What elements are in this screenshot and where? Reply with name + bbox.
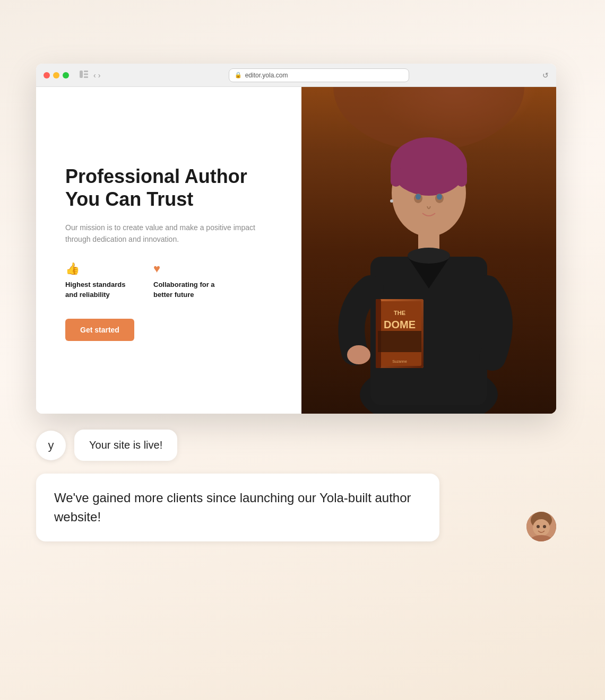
user-message-text: We've gained more clients since launchin… <box>54 491 411 524</box>
right-panel: THE DOME Suzanne <box>301 87 556 414</box>
close-button[interactable] <box>44 72 50 78</box>
svg-rect-1 <box>84 71 88 72</box>
svg-rect-13 <box>378 331 421 352</box>
get-started-button[interactable]: Get started <box>65 319 134 341</box>
svg-rect-2 <box>84 74 88 75</box>
hero-description: Our mission is to create value and make … <box>65 222 272 246</box>
lock-icon: 🔒 <box>235 72 242 78</box>
svg-point-32 <box>543 525 546 528</box>
feature-item-1: 👍 Highest standards and reliability <box>65 262 134 299</box>
feature-label-2: Collaborating for a better future <box>153 280 222 299</box>
svg-rect-20 <box>456 165 467 187</box>
browser-toolbar: ‹ › 🔒 editor.yola.com ↺ <box>36 64 556 87</box>
heart-icon: ♥ <box>153 262 222 276</box>
feature-item-2: ♥ Collaborating for a better future <box>153 262 222 299</box>
url-text: editor.yola.com <box>245 72 288 79</box>
hero-photo: THE DOME Suzanne <box>301 87 556 414</box>
forward-button[interactable]: › <box>98 71 101 80</box>
svg-rect-19 <box>391 165 401 187</box>
features-row: 👍 Highest standards and reliability ♥ Co… <box>65 262 272 299</box>
svg-rect-3 <box>84 76 88 78</box>
chat-area: y Your site is live! We've gained more c… <box>36 430 556 541</box>
svg-point-8 <box>347 345 370 364</box>
maximize-button[interactable] <box>63 72 69 78</box>
user-message-bubble: We've gained more clients since launchin… <box>36 474 439 541</box>
svg-point-31 <box>537 525 540 528</box>
svg-point-30 <box>533 519 550 536</box>
nav-arrows: ‹ › <box>93 71 100 80</box>
svg-point-23 <box>416 194 421 200</box>
notification-text: Your site is live! <box>89 439 162 451</box>
yola-letter: y <box>48 439 54 452</box>
svg-text:DOME: DOME <box>384 319 416 330</box>
user-message-row: We've gained more clients since launchin… <box>36 474 556 541</box>
svg-rect-0 <box>80 71 83 78</box>
back-button[interactable]: ‹ <box>93 71 96 80</box>
address-bar-container: 🔒 editor.yola.com <box>106 68 532 82</box>
notification-bubble: Your site is live! <box>74 430 177 461</box>
user-avatar <box>526 512 556 541</box>
yola-avatar: y <box>36 431 66 460</box>
svg-point-27 <box>408 248 450 264</box>
traffic-lights <box>44 72 69 78</box>
svg-point-25 <box>390 199 393 203</box>
reload-icon[interactable]: ↺ <box>542 71 549 80</box>
author-illustration: THE DOME Suzanne <box>301 87 556 414</box>
hero-title: Professional Author You Can Trust <box>65 165 272 211</box>
sidebar-toggle-icon[interactable] <box>80 71 88 80</box>
left-panel: Professional Author You Can Trust Our mi… <box>36 87 301 414</box>
minimize-button[interactable] <box>53 72 59 78</box>
browser-window: ‹ › 🔒 editor.yola.com ↺ Professional Aut… <box>36 64 556 414</box>
svg-text:THE: THE <box>394 310 405 316</box>
browser-content: Professional Author You Can Trust Our mi… <box>36 87 556 414</box>
svg-text:Suzanne: Suzanne <box>392 360 407 363</box>
svg-point-18 <box>391 137 467 196</box>
feature-label-1: Highest standards and reliability <box>65 280 134 299</box>
thumbs-up-icon: 👍 <box>65 262 134 276</box>
svg-point-24 <box>437 194 442 200</box>
address-bar[interactable]: 🔒 editor.yola.com <box>229 68 409 82</box>
site-live-notification: y Your site is live! <box>36 430 556 461</box>
user-avatar-svg <box>526 512 556 541</box>
